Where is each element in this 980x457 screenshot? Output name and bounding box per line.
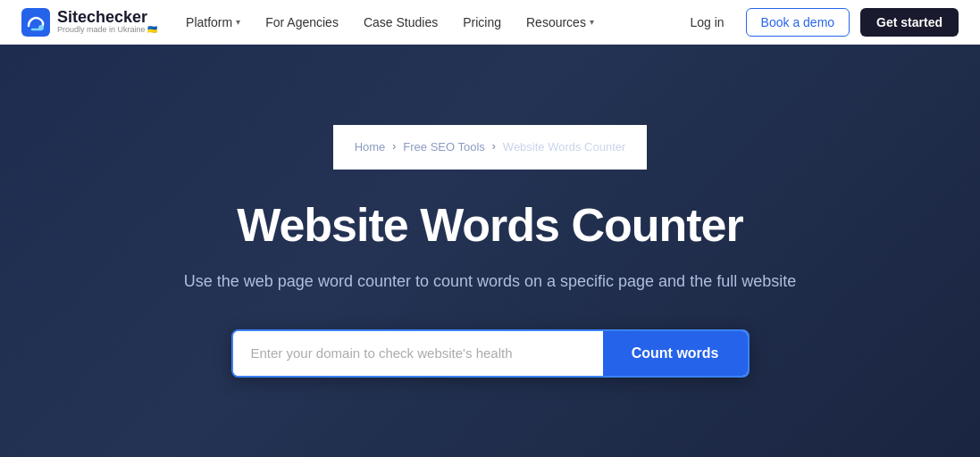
breadcrumb: Home › Free SEO Tools › Website Words Co… xyxy=(333,125,648,170)
hero-section: Home › Free SEO Tools › Website Words Co… xyxy=(0,45,980,457)
breadcrumb-home[interactable]: Home xyxy=(355,140,386,154)
navbar: Sitechecker Proudly made in Ukraine 🇺🇦 P… xyxy=(0,0,980,45)
breadcrumb-free-seo-tools[interactable]: Free SEO Tools xyxy=(403,140,485,154)
hero-subtitle: Use the web page word counter to count w… xyxy=(184,270,796,294)
breadcrumb-current: Website Words Counter xyxy=(503,140,626,154)
chevron-down-icon: ▾ xyxy=(590,17,594,27)
nav-actions: Log in Book a demo Get started xyxy=(679,8,959,37)
login-button[interactable]: Log in xyxy=(679,10,734,35)
brand-name: Sitechecker xyxy=(57,9,157,27)
nav-pricing[interactable]: Pricing xyxy=(463,15,501,29)
nav-links: Platform ▾ For Agencies Case Studies Pri… xyxy=(186,15,679,29)
nav-for-agencies[interactable]: For Agencies xyxy=(265,15,339,29)
get-started-button[interactable]: Get started xyxy=(860,8,959,37)
breadcrumb-separator-2: › xyxy=(492,140,496,153)
domain-search-input[interactable] xyxy=(233,331,603,376)
logo-icon xyxy=(21,8,50,37)
nav-platform[interactable]: Platform ▾ xyxy=(186,15,240,29)
brand-tagline: Proudly made in Ukraine 🇺🇦 xyxy=(57,26,157,35)
svg-point-1 xyxy=(38,25,44,30)
svg-rect-0 xyxy=(21,8,50,37)
breadcrumb-separator-1: › xyxy=(392,140,396,153)
chevron-down-icon: ▾ xyxy=(236,17,240,27)
count-words-button[interactable]: Count words xyxy=(603,331,748,376)
book-demo-button[interactable]: Book a demo xyxy=(746,8,850,37)
nav-resources[interactable]: Resources ▾ xyxy=(526,15,594,29)
logo-link[interactable]: Sitechecker Proudly made in Ukraine 🇺🇦 xyxy=(21,8,157,37)
page-title: Website Words Counter xyxy=(237,198,742,252)
nav-case-studies[interactable]: Case Studies xyxy=(364,15,438,29)
search-bar: Count words xyxy=(231,329,750,378)
